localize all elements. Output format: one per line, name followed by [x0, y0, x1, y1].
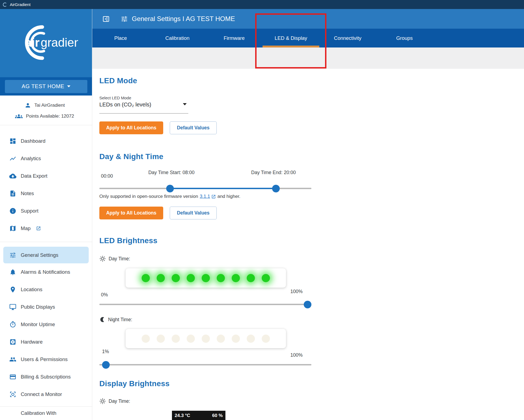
led-dot — [247, 274, 255, 282]
active-tab-underline — [263, 46, 319, 47]
dashboard-icon — [9, 138, 16, 145]
sidebar-item-label: Connect a Monitor — [21, 391, 62, 397]
page-header: General Settings I AG TEST HOME — [92, 9, 524, 29]
sidebar-item-label: Analytics — [21, 156, 41, 162]
sidebar-divider — [0, 125, 92, 125]
sidebar-divider — [0, 406, 92, 407]
sidebar-item-map[interactable]: Map — [0, 220, 92, 237]
sidebar-item-label: Monitor Uptime — [21, 321, 55, 327]
led-mode-select[interactable]: LEDs on (CO₂ levels) — [99, 102, 188, 114]
sidebar-item-locations[interactable]: Locations — [0, 281, 92, 298]
display-day-time-label-row: Day Time: — [99, 398, 130, 404]
slider-track[interactable] — [99, 364, 311, 365]
firmware-version-link[interactable]: 3.1.1 — [200, 194, 216, 199]
led-dot — [172, 335, 180, 343]
day-night-slider-labels: 00:00 Day Time Start: 08:00 Day Time End… — [99, 170, 311, 179]
sidebar-item-monitor-uptime[interactable]: Monitor Uptime — [0, 316, 92, 333]
tab-calibration[interactable]: Calibration — [149, 29, 206, 47]
sidebar-item-public-displays[interactable]: Public Displays — [0, 298, 92, 316]
scan-icon — [9, 391, 16, 398]
sidebar-nav-settings: General Settings Alarms & Notifications … — [0, 247, 92, 403]
firmware-note: Only supported in open-source firmware v… — [99, 194, 240, 199]
sidebar-item-label: General Settings — [21, 252, 58, 258]
sidebar-item-users-permissions[interactable]: Users & Permissions — [0, 351, 92, 368]
collapse-sidebar-icon[interactable] — [102, 15, 110, 23]
cloud-download-icon — [9, 172, 16, 180]
day-max-label: 100% — [290, 289, 303, 294]
sidebar-item-dashboard[interactable]: Dashboard — [0, 132, 92, 150]
sidebar-item-support[interactable]: Support — [0, 202, 92, 220]
led-dot — [202, 274, 210, 282]
display-brightness-heading: Display Brightness — [99, 379, 169, 388]
night-brightness-thumb[interactable] — [102, 361, 110, 369]
day-start-slider-thumb[interactable] — [166, 185, 174, 192]
tab-groups[interactable]: Groups — [376, 29, 433, 47]
user-name: Tai AirGradient — [34, 103, 65, 108]
info-icon — [9, 207, 16, 215]
apply-all-locations-button[interactable]: Apply to All Locations — [99, 121, 163, 134]
sidebar-item-calibration-with[interactable]: Calibration With — [0, 410, 92, 416]
default-values-button[interactable]: Default Values — [170, 121, 217, 134]
tab-label: Connectivity — [334, 35, 362, 41]
select-led-mode-label: Select LED Mode — [99, 96, 131, 100]
note-suffix: and higher. — [218, 194, 240, 199]
sidebar-logo-area: air gradient — [0, 9, 92, 77]
app-brand: AirGradient — [10, 2, 31, 7]
sun-icon — [99, 398, 106, 404]
gear-square-icon — [9, 338, 16, 345]
tab-place[interactable]: Place — [92, 29, 149, 47]
led-dot — [172, 274, 180, 282]
led-dot — [142, 335, 150, 343]
tab-led-display[interactable]: LED & Display — [263, 29, 319, 47]
header-gray-strip — [92, 47, 524, 69]
tab-label: Calibration — [165, 35, 189, 41]
points-row[interactable]: Points Available: 12072 — [0, 112, 92, 120]
sidebar-item-label: Users & Permissions — [21, 356, 68, 362]
led-mode-buttons: Apply to All Locations Default Values — [99, 121, 217, 134]
default-values-button[interactable]: Default Values — [170, 207, 217, 219]
led-dot — [217, 335, 225, 343]
location-selector-label: AG TEST HOME — [22, 83, 64, 90]
tab-connectivity[interactable]: Connectivity — [319, 29, 376, 47]
day-night-range-slider — [99, 184, 311, 193]
sidebar-item-general-settings[interactable]: General Settings — [3, 247, 89, 263]
map-icon — [9, 225, 16, 232]
sidebar: air gradient AG TEST HOME Tai AirGradien… — [0, 9, 92, 420]
sidebar-item-data-export[interactable]: Data Export — [0, 167, 92, 185]
user-row[interactable]: Tai AirGradient — [0, 102, 92, 109]
sidebar-item-hardware[interactable]: Hardware — [0, 333, 92, 351]
sidebar-item-notes[interactable]: Notes — [0, 185, 92, 202]
day-brightness-thumb[interactable] — [304, 301, 311, 308]
settings-tune-icon — [121, 15, 128, 23]
led-brightness-heading: LED Brightness — [99, 236, 157, 245]
day-time-label: Day Time: — [109, 398, 130, 404]
dropdown-arrow-icon — [183, 103, 187, 105]
led-dot — [187, 274, 195, 282]
preview-temperature: 24.3 °C — [175, 413, 190, 418]
sidebar-item-analytics[interactable]: Analytics — [0, 150, 92, 167]
sidebar-item-billing[interactable]: Billing & Subscriptions — [0, 368, 92, 386]
location-selector-button[interactable]: AG TEST HOME — [5, 80, 87, 93]
note-prefix: Only supported in open-source firmware v… — [99, 194, 198, 199]
led-dot — [232, 335, 240, 343]
tab-firmware[interactable]: Firmware — [206, 29, 263, 47]
tune-icon — [9, 252, 16, 259]
night-time-label: Night Time: — [108, 317, 132, 323]
led-dot — [232, 274, 240, 282]
sidebar-item-connect-monitor[interactable]: Connect a Monitor — [0, 386, 92, 403]
apply-all-locations-button[interactable]: Apply to All Locations — [99, 207, 163, 219]
external-link-icon — [36, 226, 41, 231]
external-link-icon — [211, 194, 216, 199]
led-mode-heading: LED Mode — [99, 76, 137, 85]
people-icon — [9, 356, 16, 363]
os-top-bar: AirGradient — [0, 0, 524, 9]
night-time-label-row: Night Time: — [99, 317, 132, 323]
svg-text:gradient: gradient — [41, 36, 78, 49]
day-end-label: Day Time End: 20:00 — [251, 170, 296, 175]
day-time-label-row: Day Time: — [99, 255, 130, 262]
slider-track[interactable] — [99, 304, 311, 305]
day-end-slider-thumb[interactable] — [272, 185, 280, 192]
sidebar-item-label: Data Export — [21, 173, 47, 179]
tab-label: Groups — [396, 35, 413, 41]
sidebar-item-alarms[interactable]: Alarms & Notifications — [0, 263, 92, 281]
